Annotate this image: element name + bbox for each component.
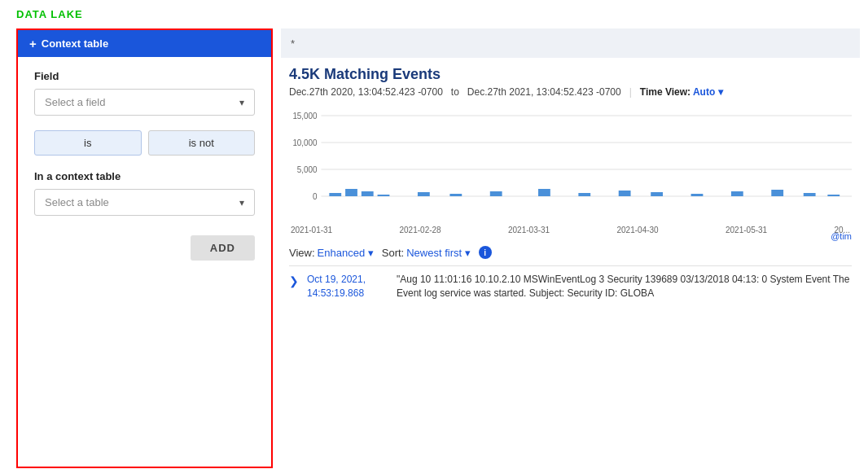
date-to-prefix: to [451,86,459,98]
log-timestamp-line1: Oct 19, 2021, [307,273,388,287]
svg-rect-11 [378,195,390,196]
toggle-is-not-button[interactable]: is not [148,130,256,156]
svg-rect-21 [771,190,783,196]
date-from: Dec.27th 2020, 13:04:52.423 -0700 [289,86,443,98]
svg-text:10,000: 10,000 [292,138,318,147]
chevron-down-icon: ▾ [239,97,244,108]
svg-rect-17 [619,191,631,196]
field-select[interactable]: Select a field ▾ [34,89,255,116]
log-expand-arrow[interactable]: ❯ [289,274,299,287]
chart-svg: 15,000 10,000 5,000 0 [289,107,852,221]
toggle-row: is is not [34,130,255,156]
svg-rect-14 [490,191,502,196]
field-select-placeholder: Select a field [45,96,105,108]
x-label-5: 2021-05-31 [726,226,767,234]
table-select[interactable]: Select a table ▾ [34,189,255,216]
sort-value[interactable]: Newest first ▾ [406,247,471,259]
add-button[interactable]: ADD [191,235,255,261]
left-panel: + Context table Field Select a field ▾ i… [16,28,273,468]
svg-text:0: 0 [313,192,318,201]
toggle-is-button[interactable]: is [34,130,142,156]
svg-rect-23 [827,195,840,196]
svg-rect-12 [418,192,430,196]
context-table-section: In a context table Select a table ▾ [34,170,255,216]
context-table-label: In a context table [34,170,255,182]
top-bar: DATA LAKE [0,0,868,28]
log-timestamp: Oct 19, 2021, 14:53:19.868 [307,273,388,300]
time-view-label: Time View: Auto ▾ [640,86,723,98]
svg-text:5,000: 5,000 [297,165,318,174]
at-tim-label[interactable]: @tim [289,231,852,241]
view-value[interactable]: Enhanced ▾ [318,247,374,259]
svg-rect-15 [538,189,550,196]
view-dropdown: View: Enhanced ▾ [289,247,374,259]
svg-rect-8 [329,193,341,196]
svg-rect-19 [691,194,704,196]
info-icon[interactable]: i [479,246,492,259]
main-layout: + Context table Field Select a field ▾ i… [0,28,868,468]
svg-rect-10 [362,191,374,196]
plus-icon: + [29,37,37,50]
context-table-header-label: Context table [42,37,108,50]
x-label-2: 2021-02-28 [400,226,441,234]
sort-label: Sort: [382,247,404,259]
svg-text:15,000: 15,000 [292,112,318,121]
field-section: Field Select a field ▾ [34,70,255,116]
right-inner: 4.5K Matching Events Dec.27th 2020, 13:0… [281,58,860,309]
divider: | [629,86,632,98]
x-label-1: 2021-01-31 [291,226,332,234]
bottom-controls: View: Enhanced ▾ Sort: Newest first ▾ i [289,246,852,259]
x-label-4: 2021-04-30 [617,226,659,234]
add-btn-row: ADD [34,235,255,261]
svg-rect-20 [731,191,743,196]
time-view-value[interactable]: Auto ▾ [693,86,723,98]
left-panel-body: Field Select a field ▾ is is not In a co… [18,57,271,274]
x-label-3: 2021-03-31 [508,226,550,234]
view-label: View: [289,247,315,259]
chevron-down-icon-table: ▾ [239,197,244,208]
gray-bar-text: * [291,37,295,50]
log-entry: ❯ Oct 19, 2021, 14:53:19.868 "Aug 10 11:… [289,265,852,300]
right-content: * 4.5K Matching Events Dec.27th 2020, 13… [273,28,868,468]
context-table-header[interactable]: + Context table [18,30,271,57]
gray-bar: * [281,28,860,58]
table-select-placeholder: Select a table [45,196,109,208]
sort-dropdown: Sort: Newest first ▾ [382,247,471,259]
svg-rect-9 [345,189,357,196]
svg-rect-22 [804,193,816,196]
log-text: "Aug 10 11:01:16 10.10.2.10 MSWinEventLo… [397,273,852,300]
svg-rect-13 [449,194,462,196]
svg-rect-16 [578,193,590,196]
chart-area: 15,000 10,000 5,000 0 [289,107,852,238]
matching-events-title: 4.5K Matching Events [289,66,852,83]
svg-rect-18 [651,192,663,196]
log-timestamp-line2: 14:53:19.868 [307,287,388,300]
date-range-row: Dec.27th 2020, 13:04:52.423 -0700 to Dec… [289,86,852,98]
date-to: Dec.27th 2021, 13:04:52.423 -0700 [467,86,621,98]
field-label: Field [34,70,255,82]
app-title: DATA LAKE [16,8,83,20]
